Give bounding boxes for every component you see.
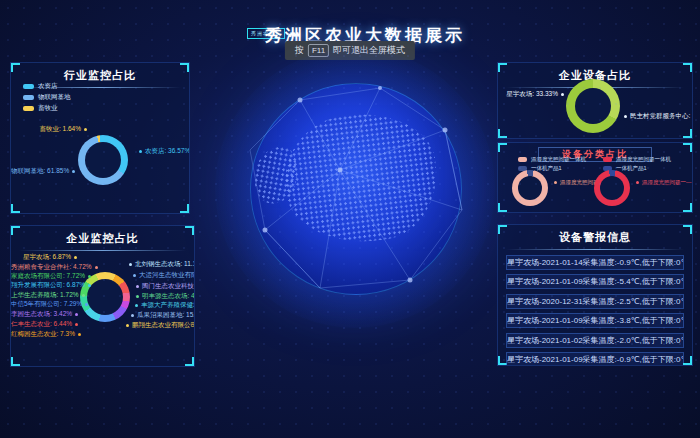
chart-label: 民主村党群服务中心: bbox=[624, 112, 690, 120]
chart-label: 物联网基地: 61.85% bbox=[11, 167, 73, 175]
alarm-list-item: 星宇农场-2021-01-09采集温度:-3.8℃,低于下限:0℃ bbox=[506, 313, 684, 328]
legend-label: 农资店 bbox=[38, 82, 58, 91]
chart-label: 家庭农场有限公司: 7.72% bbox=[11, 272, 77, 280]
legend-swatch bbox=[23, 84, 34, 89]
legend-label: 物联网基地 bbox=[38, 93, 71, 102]
legend-item[interactable]: 温湿度光照问题一体机 bbox=[518, 156, 586, 163]
panel-title: 企业监控占比 bbox=[11, 226, 194, 246]
chart-label: 北刘钢生态农场: 11.16% bbox=[129, 260, 195, 268]
device-ratio-panel: 企业设备占比 星宇农场: 33.33% 民主村党群服务中心: bbox=[497, 62, 693, 139]
chart-label: 李园生态农场: 3.42% bbox=[11, 310, 77, 318]
legend-item[interactable]: 畜牧业 bbox=[23, 104, 58, 113]
chart-label: 星宇农场: 33.33% bbox=[506, 90, 564, 98]
chart-label: 农资店: 36.57% bbox=[139, 147, 190, 155]
chart-label: 温湿度光照问题一— bbox=[636, 178, 692, 186]
industry-donut-chart bbox=[78, 135, 128, 185]
legend-swatch bbox=[23, 95, 34, 100]
device-classification-panel: 设备分类占比 温湿度光照问题一体机 一体机产品1 温湿度光照问题一— 温湿度光照… bbox=[497, 142, 693, 213]
chart-label: 明丰源生态农场: 4.29% bbox=[136, 292, 195, 300]
enterprise-monitor-panel: 企业监控占比 星宇农场: 6.87% 秀洲粮食专业合作社: 4.72% 家庭农场… bbox=[10, 225, 195, 367]
device-donut-chart bbox=[566, 79, 620, 133]
device-type-donut-left bbox=[512, 170, 548, 206]
chart-label: 瓜果沼果园基地: 15.02% bbox=[131, 311, 195, 319]
alarm-list-item: 星宇农场-2021-01-09采集温度:-5.4℃,低于下限:0℃ bbox=[506, 274, 684, 289]
chart-label: 上华生态养殖场: 1.72% bbox=[11, 291, 77, 299]
chart-label: 翔升发展有限公司: 6.87% bbox=[11, 281, 77, 289]
legend-item[interactable]: 温湿度光照问题一体机 bbox=[603, 156, 671, 163]
chart-label: 星宇农场: 6.87% bbox=[11, 253, 77, 261]
enterprise-donut-chart bbox=[80, 272, 130, 322]
legend-label: 温湿度光照问题一体机 bbox=[531, 156, 586, 163]
alarm-list-item: 星宇农场-2021-01-14采集温度:-0.9℃,低于下限:0℃ bbox=[506, 255, 684, 270]
chart-label: 仁丰生态农业: 6.44% bbox=[11, 320, 77, 328]
legend-swatch bbox=[23, 106, 34, 111]
device-type-donut-right bbox=[594, 170, 630, 206]
chart-label: 中信5年有限公司: 7.29% bbox=[11, 300, 77, 308]
fullscreen-tip-prefix: 按 bbox=[295, 44, 304, 57]
globe bbox=[250, 83, 462, 295]
chart-label: 畜牧业: 1.64% bbox=[15, 125, 87, 133]
divider bbox=[506, 249, 684, 250]
divider bbox=[19, 250, 186, 251]
panel-title: 设备警报信息 bbox=[498, 225, 692, 245]
chart-label: 大运河生态牧业有限责任公 bbox=[133, 271, 195, 279]
panel-title: 行业监控占比 bbox=[11, 63, 189, 83]
alarm-list-item: 星宇农场-2020-12-31采集温度:-2.5℃,低于下限:0℃ bbox=[506, 294, 684, 309]
legend-label: 畜牧业 bbox=[38, 104, 58, 113]
chart-label: 秀洲粮食专业合作社: 4.72% bbox=[11, 263, 77, 271]
industry-monitor-panel: 行业监控占比 农资店 物联网基地 畜牧业 畜牧业: 1.64% 农资店: 36.… bbox=[10, 62, 190, 214]
alarm-list-item: 星宇农场-2021-01-09采集温度:-0.9℃,低于下限:0℃ bbox=[506, 352, 684, 366]
legend-label: 一体机产品1 bbox=[616, 165, 647, 172]
legend-label: 温湿度光照问题一体机 bbox=[616, 156, 671, 163]
chart-label: 陶门生态农业科技有限公 bbox=[136, 282, 195, 290]
device-alarm-panel: 设备警报信息 星宇农场-2021-01-14采集温度:-0.9℃,低于下限:0℃… bbox=[497, 224, 693, 366]
chart-label: 红梅园生态农业: 7.3% bbox=[11, 330, 77, 338]
legend-swatch bbox=[518, 157, 527, 162]
legend-item[interactable]: 农资店 bbox=[23, 82, 58, 91]
alarm-list-item: 星宇农场-2021-01-02采集温度:-2.0℃,低于下限:0℃ bbox=[506, 333, 684, 348]
chart-label: 鹏翔生态农业有限公司: 6.87% bbox=[126, 321, 195, 329]
continent-dots bbox=[278, 105, 444, 251]
legend-swatch bbox=[603, 157, 612, 162]
legend-item[interactable]: 物联网基地 bbox=[23, 93, 71, 102]
chart-label: 丰源大产养殖保健场: 1. bbox=[135, 301, 195, 309]
